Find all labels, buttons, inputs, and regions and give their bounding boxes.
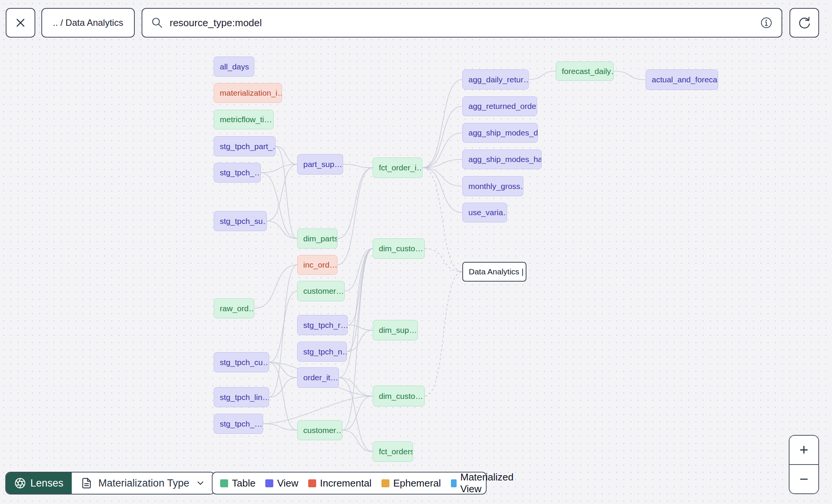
refresh-button[interactable] bbox=[789, 8, 819, 38]
edge-stg_tpch_cu-customer_b bbox=[269, 362, 297, 430]
edge-fct_order_i-monthly_gross bbox=[422, 168, 462, 186]
search-icon bbox=[151, 16, 164, 29]
edge-dim_custo_b-exposure bbox=[425, 272, 462, 396]
node-agg_returned_orde[interactable]: agg_returned_orde… bbox=[462, 96, 537, 116]
node-agg_daily_retur[interactable]: agg_daily_retur… bbox=[462, 69, 529, 90]
edge-fct_order_i-agg_daily_retur bbox=[422, 80, 462, 168]
legend-label: Materialized View bbox=[460, 471, 516, 495]
node-agg_ship_modes_d[interactable]: agg_ship_modes_d… bbox=[462, 123, 538, 143]
node-use_varia[interactable]: use_varia… bbox=[462, 203, 507, 222]
node-stg_tpch_r[interactable]: stg_tpch_r… bbox=[297, 315, 348, 335]
search-input[interactable] bbox=[170, 17, 760, 29]
edge-customer_b-dim_custo_a bbox=[342, 249, 373, 430]
search-bar[interactable] bbox=[142, 8, 782, 38]
node-all_days[interactable]: all_days bbox=[214, 57, 254, 77]
node-forecast_daily[interactable]: forecast_daily… bbox=[556, 61, 614, 81]
node-monthly_gross[interactable]: monthly_gross… bbox=[462, 176, 523, 196]
edge-stg_tpch_a-part_sup bbox=[261, 164, 297, 173]
edge-stg_tpch_lin-order_it bbox=[269, 378, 297, 397]
edge-stg_tpch_r-dim_sup bbox=[348, 325, 373, 331]
edge-agg_daily_retur-forecast_daily bbox=[529, 71, 556, 80]
node-stg_tpch_n[interactable]: stg_tpch_n… bbox=[297, 342, 347, 362]
edge-dim_custo_a-exposure bbox=[425, 249, 462, 272]
chevron-down-icon bbox=[195, 478, 205, 488]
legend-label: Table bbox=[232, 477, 255, 489]
node-dim_sup[interactable]: dim_sup… bbox=[373, 320, 418, 340]
node-stg_tpch_lin[interactable]: stg_tpch_lin… bbox=[214, 387, 269, 407]
edge-order_it-fct_orders bbox=[339, 378, 373, 452]
edge-part_sup-fct_order_i bbox=[343, 164, 373, 168]
edge-fct_order_i-agg_returned_orde bbox=[422, 106, 462, 168]
legend-swatch bbox=[220, 479, 228, 487]
edge-fct_order_i-use_varia bbox=[422, 168, 462, 213]
node-exposure[interactable]: Data Analytics | … bbox=[462, 262, 526, 282]
close-icon bbox=[14, 17, 27, 29]
edge-raw_ord-inc_ord bbox=[254, 265, 297, 309]
legend-item-materialized-view: Materialized View bbox=[451, 471, 516, 495]
legend-swatch bbox=[265, 479, 273, 487]
node-order_it[interactable]: order_it… bbox=[297, 367, 339, 388]
info-icon[interactable] bbox=[760, 16, 773, 30]
edge-customer_b-fct_orders bbox=[342, 430, 373, 452]
lenses-control: Lenses Materialization Type bbox=[5, 472, 215, 495]
edge-fct_order_i-agg_ship_modes_d bbox=[422, 133, 462, 168]
node-agg_ship_modes_ha[interactable]: agg_ship_modes_ha… bbox=[462, 150, 542, 169]
close-button[interactable] bbox=[6, 8, 35, 38]
edge-stg_tpch_n-dim_custo_a bbox=[347, 249, 373, 352]
legend-label: Ephemeral bbox=[393, 477, 441, 489]
edge-fct_order_i-exposure bbox=[422, 168, 462, 272]
node-stg_tpch_cu[interactable]: stg_tpch_cu… bbox=[214, 352, 269, 372]
node-metricflow_ti[interactable]: metricflow_ti… bbox=[214, 110, 274, 129]
legend-swatch bbox=[451, 479, 457, 487]
zoom-controls: + − bbox=[789, 435, 819, 494]
breadcrumb-label: .. / Data Analytics bbox=[53, 17, 123, 28]
edge-customer_b-dim_custo_b bbox=[342, 396, 373, 430]
legend-item-view: View bbox=[265, 477, 298, 489]
legend-swatch bbox=[381, 479, 389, 487]
node-customer_a[interactable]: customer… bbox=[297, 281, 345, 301]
node-dim_parts[interactable]: dim_parts bbox=[297, 228, 337, 249]
legend: TableViewIncrementalEphemeralMaterialize… bbox=[212, 472, 487, 495]
lens-selector-label: Materialization Type bbox=[98, 477, 189, 489]
edge-stg_tpch_b-dim_custo_b bbox=[263, 396, 373, 424]
edge-stg_tpch_cu-customer_a bbox=[269, 291, 297, 362]
edge-forecast_daily-actual_and_foreca bbox=[614, 71, 646, 80]
node-dim_custo_a[interactable]: dim_custo… bbox=[373, 238, 425, 259]
node-fct_order_i[interactable]: fct_order_i… bbox=[373, 158, 422, 178]
node-dim_custo_b[interactable]: dim_custo… bbox=[373, 386, 425, 406]
node-stg_tpch_su[interactable]: stg_tpch_su… bbox=[214, 211, 267, 231]
breadcrumb[interactable]: .. / Data Analytics bbox=[41, 8, 135, 38]
node-actual_and_foreca[interactable]: actual_and_foreca… bbox=[646, 69, 718, 90]
node-inc_ord[interactable]: inc_ord… bbox=[297, 255, 337, 275]
lenses-label: Lenses bbox=[30, 477, 63, 489]
zoom-out-button[interactable]: − bbox=[789, 465, 818, 493]
node-fct_orders[interactable]: fct_orders bbox=[373, 441, 413, 462]
node-stg_tpch_b[interactable]: stg_tpch_… bbox=[214, 414, 263, 434]
legend-item-ephemeral: Ephemeral bbox=[381, 477, 441, 489]
legend-label: Incremental bbox=[320, 477, 372, 489]
refresh-icon bbox=[797, 16, 812, 30]
edge-stg_tpch_b-customer_b bbox=[263, 424, 297, 430]
aperture-icon bbox=[14, 477, 26, 489]
node-materialization_i[interactable]: materialization_i… bbox=[214, 83, 282, 103]
edge-inc_ord-fct_order_i bbox=[337, 168, 373, 265]
edge-order_it-dim_custo_b bbox=[339, 378, 373, 396]
node-stg_tpch_a[interactable]: stg_tpch_… bbox=[214, 163, 261, 183]
edge-dim_parts-fct_order_i bbox=[337, 168, 373, 239]
legend-label: View bbox=[277, 477, 298, 489]
edge-stg_tpch_n-dim_sup bbox=[347, 330, 373, 352]
zoom-in-button[interactable]: + bbox=[789, 436, 818, 464]
edge-stg_tpch_part-part_sup bbox=[276, 146, 297, 165]
lenses-button[interactable]: Lenses bbox=[6, 472, 72, 494]
edge-stg_tpch_r-dim_custo_a bbox=[348, 249, 373, 325]
edge-customer_a-dim_custo_a bbox=[345, 249, 373, 291]
legend-swatch bbox=[308, 479, 316, 487]
node-customer_b[interactable]: customer… bbox=[297, 420, 342, 440]
document-icon bbox=[81, 477, 92, 489]
node-raw_ord[interactable]: raw_ord… bbox=[214, 298, 254, 318]
edge-stg_tpch_su-part_sup bbox=[267, 164, 297, 221]
lens-selector[interactable]: Materialization Type bbox=[72, 472, 214, 494]
node-stg_tpch_part[interactable]: stg_tpch_part_… bbox=[214, 136, 276, 156]
legend-item-incremental: Incremental bbox=[308, 477, 372, 489]
node-part_sup[interactable]: part_sup… bbox=[297, 154, 343, 175]
